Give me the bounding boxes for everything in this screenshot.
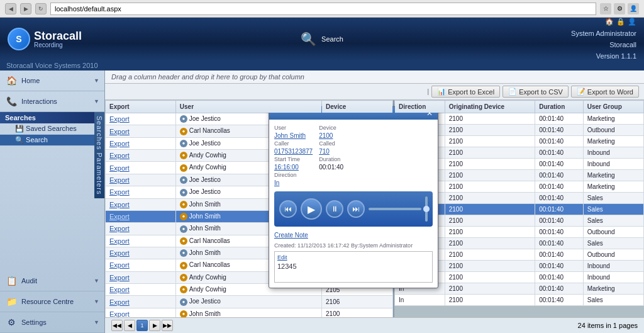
- sidebar-item-settings[interactable]: ⚙ Settings ▼: [0, 312, 104, 333]
- export-link[interactable]: Export: [109, 164, 130, 172]
- export-word-button[interactable]: 📝 Export to Word: [571, 86, 639, 98]
- orig-device-cell: 2100: [445, 272, 535, 283]
- user-icon[interactable]: 👤: [628, 3, 639, 14]
- home-icon[interactable]: 🏠: [605, 16, 614, 28]
- prev-page-button[interactable]: ◀: [124, 320, 135, 331]
- export-link[interactable]: Export: [109, 188, 130, 196]
- refresh-button[interactable]: ↻: [35, 3, 47, 14]
- export-link[interactable]: Export: [109, 310, 130, 317]
- export-link[interactable]: Export: [109, 201, 130, 208]
- export-link[interactable]: Export: [109, 115, 130, 123]
- export-link[interactable]: Export: [109, 140, 130, 147]
- export-link[interactable]: Export: [109, 176, 130, 184]
- group-cell: Sales: [583, 204, 643, 215]
- export-cell[interactable]: Export: [106, 284, 176, 296]
- export-cell[interactable]: Export: [106, 150, 176, 162]
- caller-value[interactable]: 01753123877: [274, 148, 313, 155]
- product-name: Storacall: [571, 40, 636, 51]
- export-cell[interactable]: Export: [106, 125, 176, 137]
- current-page-button[interactable]: 1: [136, 320, 148, 331]
- col-duration[interactable]: Duration: [535, 101, 584, 113]
- table-row[interactable]: Export ●Joe Jestico 2106: [106, 296, 393, 308]
- export-cell[interactable]: Export: [106, 308, 176, 317]
- export-cell[interactable]: Export: [106, 186, 176, 198]
- url-bar[interactable]: [50, 3, 596, 15]
- col-orig-device[interactable]: Originating Device: [445, 101, 535, 113]
- sidebar-saved-searches[interactable]: 💾 Saved Searches: [0, 123, 94, 135]
- word-icon: 📝: [577, 87, 586, 96]
- export-link[interactable]: Export: [109, 261, 130, 269]
- col-device[interactable]: Device: [322, 101, 393, 113]
- device-value[interactable]: 2100: [319, 132, 343, 139]
- export-cell[interactable]: Export: [106, 162, 176, 174]
- sidebar-item-home[interactable]: 🏠 Home ▼: [0, 71, 104, 91]
- forward-button[interactable]: ▶: [20, 3, 31, 14]
- duration-popup-label: Duration: [319, 156, 343, 162]
- export-cell[interactable]: Export: [106, 271, 176, 283]
- user-avatar-icon: ●: [180, 262, 187, 269]
- export-cell[interactable]: Export: [106, 223, 176, 235]
- next-page-button[interactable]: ▶: [149, 320, 160, 331]
- export-link[interactable]: Export: [109, 225, 130, 232]
- direction-value[interactable]: In: [274, 179, 313, 186]
- interactions-nav-icon: 📞: [5, 95, 18, 108]
- pause-button[interactable]: ⏸: [326, 200, 343, 218]
- export-link[interactable]: Export: [109, 286, 130, 293]
- col-direction[interactable]: Direction: [395, 101, 445, 113]
- export-cell[interactable]: Export: [106, 247, 176, 259]
- export-link[interactable]: Export: [109, 213, 130, 220]
- last-page-button[interactable]: ▶▶: [162, 320, 173, 331]
- export-csv-button[interactable]: 📄 Export to CSV: [502, 86, 569, 98]
- sidebar-settings-label: Settings: [21, 319, 90, 326]
- col-user-group[interactable]: User Group: [583, 101, 643, 113]
- export-cell[interactable]: Export: [106, 137, 176, 149]
- export-cell[interactable]: Export: [106, 198, 176, 210]
- first-page-button[interactable]: ◀◀: [111, 320, 123, 331]
- create-note-link[interactable]: Create Note: [274, 232, 433, 239]
- sidebar-item-interactions[interactable]: 📞 Interactions ▼: [0, 91, 104, 112]
- search-nav-icon: 🔍: [15, 136, 24, 144]
- export-link[interactable]: Export: [109, 152, 130, 159]
- searches-label: Searches: [5, 114, 36, 121]
- play-button[interactable]: ▶: [301, 198, 322, 220]
- col-user[interactable]: User: [175, 101, 321, 113]
- duration-cell: 00:01:40: [535, 170, 584, 181]
- back-button[interactable]: ◀: [5, 3, 16, 14]
- fast-forward-button[interactable]: ⏭: [347, 200, 365, 218]
- player-volume-control[interactable]: [425, 196, 428, 222]
- table-row[interactable]: In 2100 00:01:40 Sales: [395, 295, 644, 306]
- sidebar-spacer: [0, 198, 104, 271]
- lock-icon[interactable]: 🔒: [616, 16, 625, 28]
- page-title: 🔍 Search: [301, 31, 343, 47]
- bookmark-icon[interactable]: ☆: [600, 3, 611, 14]
- export-link[interactable]: Export: [109, 128, 130, 135]
- called-value[interactable]: 710: [319, 148, 343, 155]
- col-export[interactable]: Export: [106, 101, 176, 113]
- start-time-value[interactable]: 16:16:00: [274, 164, 313, 171]
- export-cell[interactable]: Export: [106, 235, 176, 247]
- table-row[interactable]: Export ●John Smith 2100: [106, 308, 393, 317]
- export-link[interactable]: Export: [109, 298, 130, 306]
- export-cell[interactable]: Export: [106, 174, 176, 186]
- user-avatar-icon: ●: [180, 115, 187, 123]
- export-cell[interactable]: Export: [106, 113, 176, 125]
- resource-nav-icon: 📁: [5, 295, 18, 308]
- sidebar-item-audit[interactable]: 📋 Audit ▼: [0, 271, 104, 291]
- export-excel-button[interactable]: 📊 Export to Excel: [431, 86, 500, 98]
- export-link[interactable]: Export: [109, 249, 130, 257]
- rewind-button[interactable]: ⏮: [279, 200, 297, 218]
- export-cell[interactable]: Export: [106, 259, 176, 271]
- sidebar-search[interactable]: 🔍 Search: [0, 135, 94, 146]
- export-link[interactable]: Export: [109, 237, 130, 245]
- player-progress-bar[interactable]: [369, 208, 421, 210]
- user-avatar-icon: ●: [180, 298, 187, 306]
- settings-icon[interactable]: ⚙: [614, 3, 625, 14]
- sidebar-item-resource[interactable]: 📁 Resource Centre ▼: [0, 291, 104, 312]
- user-value[interactable]: John Smith: [274, 132, 313, 139]
- edit-note-link[interactable]: Edit: [277, 254, 430, 261]
- brand-name: Storacall: [34, 30, 82, 42]
- export-cell[interactable]: Export: [106, 210, 176, 222]
- export-cell[interactable]: Export: [106, 296, 176, 308]
- export-link[interactable]: Export: [109, 274, 130, 281]
- user-profile-icon[interactable]: 👤: [628, 16, 636, 28]
